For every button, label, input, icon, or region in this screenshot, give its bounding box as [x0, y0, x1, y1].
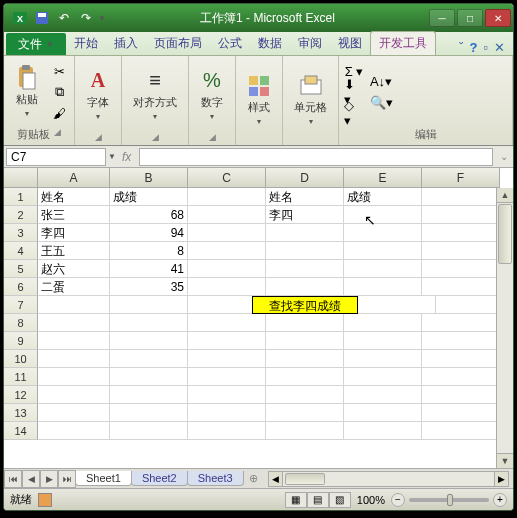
row-header-12[interactable]: 12	[4, 386, 38, 404]
cell-C8[interactable]	[188, 314, 266, 332]
cell-D5[interactable]	[266, 260, 344, 278]
col-header-B[interactable]: B	[110, 168, 188, 188]
cell-A9[interactable]	[38, 332, 110, 350]
cell-C10[interactable]	[188, 350, 266, 368]
cell-B10[interactable]	[110, 350, 188, 368]
font-button[interactable]: A字体▾	[79, 64, 117, 126]
close-button[interactable]: ✕	[485, 9, 511, 27]
cell-E4[interactable]	[344, 242, 422, 260]
help-icon[interactable]: ?	[469, 40, 477, 55]
paste-button[interactable]: 粘贴▾	[8, 61, 46, 123]
sort-icon[interactable]: A↓▾	[367, 72, 395, 92]
formula-expand-icon[interactable]: ⌄	[495, 151, 513, 162]
font-launcher-icon[interactable]: ◢	[95, 132, 102, 142]
name-box[interactable]: C7	[6, 148, 106, 166]
cell-A13[interactable]	[38, 404, 110, 422]
qat-dropdown-icon[interactable]: ▼	[98, 14, 106, 23]
cell-F6[interactable]	[422, 278, 500, 296]
row-header-6[interactable]: 6	[4, 278, 38, 296]
zoom-in-icon[interactable]: +	[493, 493, 507, 507]
new-sheet-icon[interactable]: ⊕	[244, 472, 264, 485]
cell-F2[interactable]	[422, 206, 500, 224]
zoom-level[interactable]: 100%	[357, 494, 385, 506]
cell-E9[interactable]	[344, 332, 422, 350]
cell-F13[interactable]	[422, 404, 500, 422]
align-launcher-icon[interactable]: ◢	[152, 132, 159, 142]
sheet-nav-next-icon[interactable]: ▶	[40, 470, 58, 488]
horizontal-scrollbar[interactable]: ◀ ▶	[268, 471, 509, 487]
cell-B5[interactable]: 41	[110, 260, 188, 278]
cell-B9[interactable]	[110, 332, 188, 350]
number-button[interactable]: %数字▾	[193, 64, 231, 126]
col-header-A[interactable]: A	[38, 168, 110, 188]
cell-F14[interactable]	[422, 422, 500, 440]
cell-C2[interactable]	[188, 206, 266, 224]
tab-data[interactable]: 数据	[250, 32, 290, 55]
cell-E3[interactable]	[344, 224, 422, 242]
styles-button[interactable]: 样式▾	[240, 69, 278, 131]
cell-B7[interactable]	[110, 296, 188, 314]
cell-A5[interactable]: 赵六	[38, 260, 110, 278]
sheet-tab-3[interactable]: Sheet3	[187, 471, 244, 486]
hscroll-right-icon[interactable]: ▶	[494, 472, 508, 486]
cell-B11[interactable]	[110, 368, 188, 386]
cell-D12[interactable]	[266, 386, 344, 404]
col-header-E[interactable]: E	[344, 168, 422, 188]
sheet-tab-1[interactable]: Sheet1	[75, 471, 132, 486]
cell-A2[interactable]: 张三	[38, 206, 110, 224]
cell-D4[interactable]	[266, 242, 344, 260]
row-header-11[interactable]: 11	[4, 368, 38, 386]
tab-insert[interactable]: 插入	[106, 32, 146, 55]
select-all-corner[interactable]	[4, 168, 38, 188]
cell-A10[interactable]	[38, 350, 110, 368]
sheet-tab-2[interactable]: Sheet2	[131, 471, 188, 486]
cell-A7[interactable]	[38, 296, 110, 314]
cell-C11[interactable]	[188, 368, 266, 386]
fx-icon[interactable]: fx	[122, 150, 131, 164]
copy-icon[interactable]: ⧉	[48, 82, 70, 102]
formula-input[interactable]	[139, 148, 493, 166]
cut-icon[interactable]: ✂	[48, 61, 70, 81]
cell-F8[interactable]	[422, 314, 500, 332]
cell-A14[interactable]	[38, 422, 110, 440]
cell-D13[interactable]	[266, 404, 344, 422]
cell-E7[interactable]	[358, 296, 436, 314]
cell-E14[interactable]	[344, 422, 422, 440]
cell-D11[interactable]	[266, 368, 344, 386]
cell-E6[interactable]	[344, 278, 422, 296]
vertical-scrollbar[interactable]: ▲ ▼	[496, 188, 513, 468]
redo-icon[interactable]: ↷	[76, 8, 96, 28]
row-header-1[interactable]: 1	[4, 188, 38, 206]
number-launcher-icon[interactable]: ◢	[209, 132, 216, 142]
hscroll-thumb[interactable]	[285, 473, 325, 485]
cell-C9[interactable]	[188, 332, 266, 350]
cell-F12[interactable]	[422, 386, 500, 404]
cell-C14[interactable]	[188, 422, 266, 440]
file-tab[interactable]: 文件▼	[6, 33, 66, 55]
excel-icon[interactable]: X	[10, 8, 30, 28]
scroll-down-icon[interactable]: ▼	[497, 453, 513, 468]
minimize-button[interactable]: ─	[429, 9, 455, 27]
view-pagebreak-icon[interactable]: ▧	[329, 492, 351, 508]
cell-D6[interactable]	[266, 278, 344, 296]
worksheet-grid[interactable]: ABCDEF 1234567891011121314 姓名成绩姓名成绩张三68李…	[4, 168, 513, 468]
cell-E11[interactable]	[344, 368, 422, 386]
cell-D8[interactable]	[266, 314, 344, 332]
cell-A6[interactable]: 二蛋	[38, 278, 110, 296]
cell-C6[interactable]	[188, 278, 266, 296]
cell-E1[interactable]: 成绩	[344, 188, 422, 206]
save-icon[interactable]	[32, 8, 52, 28]
cell-A11[interactable]	[38, 368, 110, 386]
cell-D10[interactable]	[266, 350, 344, 368]
tab-formula[interactable]: 公式	[210, 32, 250, 55]
tab-view[interactable]: 视图	[330, 32, 370, 55]
cell-E5[interactable]	[344, 260, 422, 278]
window-restore-icon[interactable]: ▫	[483, 40, 488, 55]
row-header-3[interactable]: 3	[4, 224, 38, 242]
cell-C4[interactable]	[188, 242, 266, 260]
cells-button[interactable]: 单元格▾	[287, 69, 334, 131]
cell-F9[interactable]	[422, 332, 500, 350]
cell-E12[interactable]	[344, 386, 422, 404]
zoom-slider[interactable]	[409, 498, 489, 502]
cell-D2[interactable]: 李四	[266, 206, 344, 224]
